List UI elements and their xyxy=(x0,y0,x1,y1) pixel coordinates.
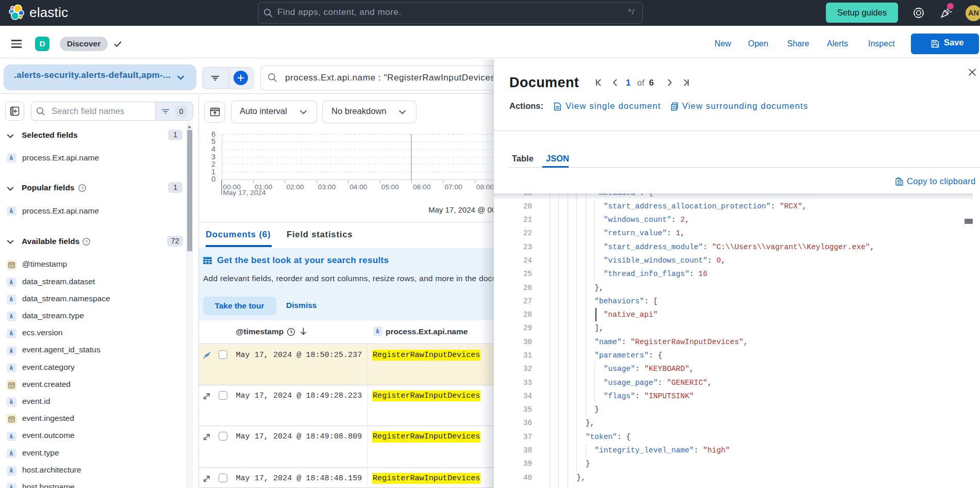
svg-text:?: ? xyxy=(85,239,88,245)
svg-text:?: ? xyxy=(81,185,84,191)
